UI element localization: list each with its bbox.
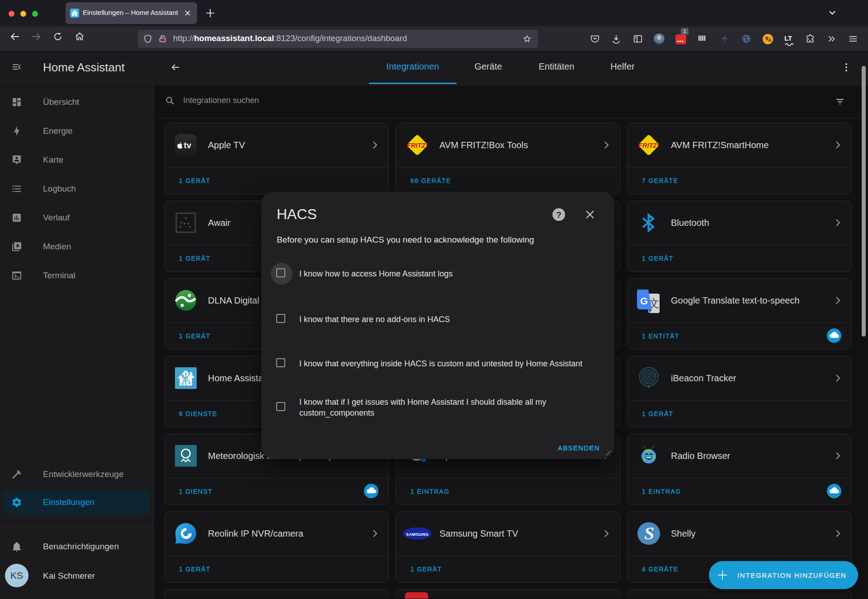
- svg-text:tv: tv: [184, 140, 192, 150]
- svg-text:S: S: [644, 523, 654, 543]
- svg-text:FRITZ!: FRITZ!: [407, 142, 428, 149]
- svg-text:FRITZ!: FRITZ!: [638, 142, 659, 149]
- svg-text:G: G: [640, 295, 648, 307]
- svg-text:SAMSUNG: SAMSUNG: [406, 532, 429, 537]
